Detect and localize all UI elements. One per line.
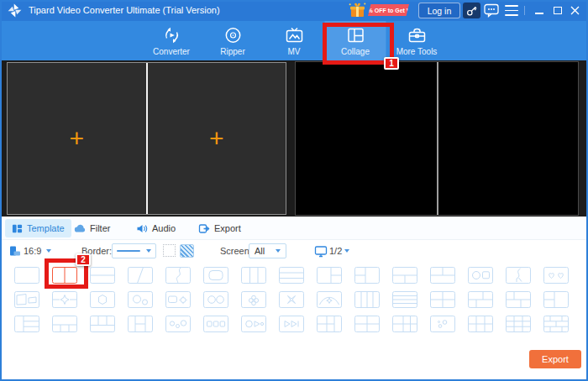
template-item-v4[interactable]	[354, 291, 380, 308]
template-row	[0, 291, 588, 308]
template-item-starband[interactable]	[52, 291, 77, 308]
border-style-dropdown[interactable]	[112, 243, 156, 258]
panel-tab-template[interactable]: Template	[5, 219, 71, 237]
template-item-v3[interactable]	[241, 267, 266, 284]
page-caret-icon[interactable]	[344, 249, 349, 253]
panel-tab-filter[interactable]: Filter	[67, 219, 117, 237]
hamburger-menu-icon[interactable]	[505, 5, 518, 16]
template-item-dots[interactable]	[430, 316, 455, 332]
page-indicator[interactable]: 1/2	[329, 240, 342, 262]
template-item-arcstar[interactable]	[317, 291, 342, 308]
template-item-g33[interactable]	[506, 316, 531, 332]
converter-icon	[161, 25, 181, 45]
template-item-clover[interactable]	[241, 291, 266, 308]
template-item-gcross[interactable]	[392, 316, 417, 332]
template-row	[0, 316, 588, 332]
template-item-r2[interactable]	[317, 267, 342, 284]
template-item-bowtie[interactable]	[279, 316, 304, 332]
tab-converter-label: Converter	[153, 47, 190, 56]
template-item-g22a[interactable]	[468, 291, 493, 308]
template-item-b2[interactable]	[392, 267, 417, 284]
register-key-button[interactable]	[463, 3, 480, 18]
minimize-button[interactable]	[533, 0, 546, 21]
template-item-single[interactable]	[14, 267, 39, 284]
border-corner-button[interactable]	[163, 244, 176, 257]
template-item-g22b[interactable]	[506, 291, 531, 308]
template-item-circ3[interactable]	[165, 316, 191, 332]
close-icon	[570, 6, 580, 15]
ripper-icon	[223, 25, 243, 45]
tab-mv[interactable]: MV	[264, 21, 325, 60]
aspect-ratio-value[interactable]: 16:9	[24, 240, 41, 262]
template-item-l2[interactable]	[354, 267, 380, 284]
key-icon	[465, 4, 478, 17]
template-item-circeq[interactable]	[203, 291, 228, 308]
more-tools-icon	[407, 25, 427, 45]
aspect-ratio-caret-icon[interactable]	[46, 249, 51, 253]
template-item-hearts[interactable]	[543, 267, 569, 284]
template-item-hex[interactable]	[90, 291, 115, 308]
template-item-g23[interactable]	[468, 316, 493, 332]
template-item-circsq[interactable]	[468, 267, 493, 284]
window-title: Tipard Video Converter Ultimate (Trial V…	[29, 0, 220, 21]
audio-speaker-icon	[136, 223, 148, 234]
template-item-g22r[interactable]	[317, 316, 342, 332]
screen-caret-icon	[276, 249, 281, 253]
template-item-h2[interactable]	[90, 267, 115, 284]
template-item-hsplit[interactable]	[128, 316, 153, 332]
collage-cell-1[interactable]: +	[8, 63, 146, 214]
collage-editor: + +	[7, 62, 286, 215]
callout-badge-2: 2	[76, 253, 91, 266]
feedback-chat-icon[interactable]	[484, 3, 500, 18]
template-item-curve[interactable]	[165, 267, 191, 284]
preview-panel	[295, 61, 579, 216]
screen-dropdown[interactable]: All	[249, 243, 286, 258]
template-item-circ2[interactable]	[128, 291, 153, 308]
titlebar: Tipard Video Converter Ultimate (Trial V…	[0, 0, 588, 21]
login-button[interactable]: Log in	[418, 3, 460, 18]
app-logo-icon	[7, 3, 23, 18]
add-video-plus-icon: +	[209, 126, 224, 151]
template-item-spark[interactable]	[279, 291, 304, 308]
export-panel-icon	[198, 223, 210, 234]
panel-tab-audio[interactable]: Audio	[129, 219, 182, 237]
template-item-circtri[interactable]	[241, 316, 266, 332]
preview-divider	[437, 62, 438, 215]
template-item-r2b[interactable]	[14, 316, 39, 332]
template-item-b3[interactable]	[52, 316, 77, 332]
template-item-h4[interactable]	[392, 291, 417, 308]
template-item-inset[interactable]	[203, 267, 228, 284]
template-item-g22[interactable]	[354, 316, 380, 332]
close-button[interactable]	[568, 0, 583, 21]
border-caret-icon	[146, 249, 151, 253]
template-item-t2[interactable]	[430, 267, 455, 284]
template-item-h3[interactable]	[279, 267, 304, 284]
template-item-diag[interactable]	[128, 267, 153, 284]
template-item-l2[interactable]	[543, 291, 569, 308]
template-item-gmix[interactable]	[543, 316, 569, 332]
template-item-bannergear[interactable]	[165, 291, 191, 308]
template-item-t2b1[interactable]	[90, 316, 115, 332]
tab-mv-label: MV	[288, 47, 301, 56]
template-item-scurve[interactable]	[506, 267, 531, 284]
aspect-ratio-icon[interactable]	[9, 245, 21, 257]
gift-icon[interactable]	[349, 2, 366, 19]
border-color-button[interactable]	[180, 244, 194, 258]
template-item-g22[interactable]	[430, 291, 455, 308]
workspace: + +	[0, 60, 588, 217]
panel-tab-export[interactable]: Export	[192, 219, 248, 237]
tab-ripper[interactable]: Ripper	[202, 21, 264, 60]
panel-tab-template-label: Template	[27, 223, 65, 233]
titlebar-separator	[524, 6, 525, 15]
panel-tab-export-label: Export	[214, 223, 241, 233]
template-item-sq3[interactable]	[203, 316, 228, 332]
monitor-icon	[314, 245, 328, 258]
maximize-button[interactable]	[551, 0, 564, 21]
tab-more-tools-label: More Tools	[396, 47, 438, 56]
promo-ribbon[interactable]: 50% OFF to Get VIP	[368, 4, 409, 16]
export-button[interactable]: Export	[529, 350, 581, 368]
tab-converter[interactable]: Converter	[141, 21, 202, 60]
tab-more-tools[interactable]: More Tools	[386, 21, 448, 60]
template-item-skew[interactable]	[14, 291, 39, 308]
collage-cell-2[interactable]: +	[148, 63, 286, 214]
